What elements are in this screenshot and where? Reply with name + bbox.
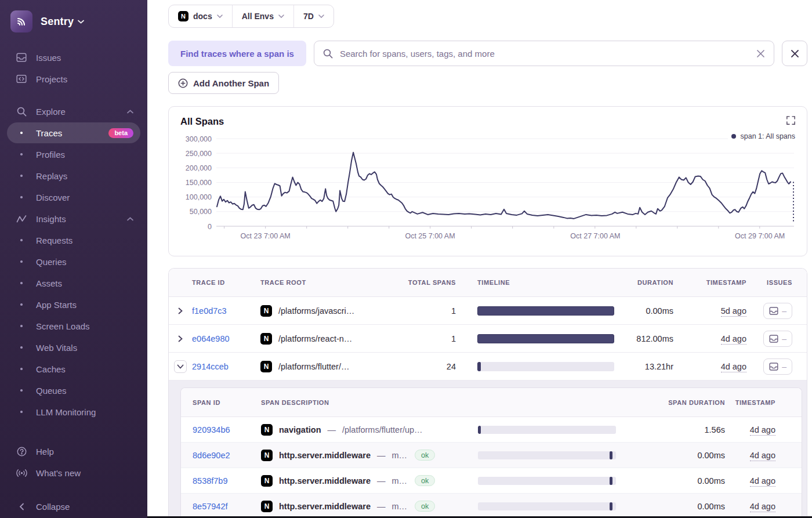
span-id-link[interactable]: 920934b6 [193, 425, 230, 434]
sidebar-item-requests[interactable]: Requests [7, 230, 140, 251]
beta-badge: beta [108, 128, 133, 138]
add-another-span-button[interactable]: Add Another Span [168, 72, 279, 94]
column-header: DURATION [621, 279, 679, 286]
svg-text:Oct 23 7:00 AM: Oct 23 7:00 AM [241, 232, 291, 240]
issues-button[interactable]: – [763, 303, 792, 319]
bullet-icon [15, 239, 28, 241]
remove-span-filter-button[interactable] [782, 41, 807, 66]
timestamp[interactable]: 4d ago [679, 362, 752, 371]
date-range-filter[interactable]: 7D [293, 5, 334, 27]
issues-button[interactable]: – [763, 358, 792, 375]
chevron-down-icon [278, 15, 284, 18]
chevron-down-icon [318, 15, 324, 18]
fullscreen-icon[interactable] [786, 116, 795, 127]
span-op: http.server.middleware [279, 451, 371, 460]
sidebar-item-discover[interactable]: Discover [7, 187, 140, 208]
span-id-link[interactable]: 8538f7b9 [193, 476, 227, 486]
chevron-down-icon [217, 15, 223, 18]
sidebar-item-label: Insights [36, 214, 127, 224]
bullet-icon [15, 282, 28, 284]
chart-legend[interactable]: span 1: All spans [728, 132, 795, 140]
trace-id-link[interactable]: e064e980 [192, 334, 255, 343]
sidebar-item-projects[interactable]: Projects [7, 68, 140, 89]
sidebar-item-explore[interactable]: Explore [7, 101, 140, 122]
sidebar-item-replays[interactable]: Replays [7, 165, 140, 186]
org-switcher[interactable]: Sentry [0, 8, 147, 41]
close-icon [791, 49, 799, 58]
issues-button[interactable]: – [763, 331, 792, 347]
span-duration: 0.00ms [625, 502, 732, 511]
issues-icon [769, 307, 778, 315]
sidebar-item-traces[interactable]: Tracesbeta [7, 122, 140, 143]
total-spans: 24 [383, 362, 462, 371]
sidebar-item-screen-loads[interactable]: Screen Loads [7, 316, 140, 336]
collapse-trace-button[interactable] [174, 360, 187, 373]
column-header: TRACE ID [192, 279, 255, 286]
trace-row: 2914ccebN/platforms/flutter/…2413.21hr4d… [169, 353, 807, 381]
duration: 812.00ms [621, 334, 679, 343]
sidebar-item-help[interactable]: Help [7, 441, 140, 462]
search-box [314, 41, 774, 66]
svg-text:150,000: 150,000 [186, 179, 212, 187]
sidebar-item-assets[interactable]: Assets [7, 273, 140, 294]
column-header: TIMESTAMP [679, 279, 752, 286]
sidebar-item-issues[interactable]: Issues [7, 47, 140, 68]
bullet-icon [15, 260, 28, 263]
sidebar-item-label: Help [36, 447, 133, 457]
nextjs-platform-icon: N [260, 361, 272, 372]
chevron-up-icon [127, 110, 133, 114]
svg-text:250,000: 250,000 [186, 150, 212, 158]
total-spans: 1 [383, 306, 462, 316]
sidebar-item-queries[interactable]: Queries [7, 251, 140, 272]
trace-id-link[interactable]: 2914cceb [192, 362, 255, 371]
timestamp[interactable]: 4d ago [732, 451, 802, 460]
sidebar-item-whats-new[interactable]: What's new [7, 462, 140, 483]
sidebar-item-collapse[interactable]: Collapse [7, 496, 140, 517]
project-filter[interactable]: N docs [169, 5, 232, 27]
span-id-link[interactable]: 8e57942f [193, 502, 227, 511]
sidebar-item-insights[interactable]: Insights [7, 208, 140, 229]
timestamp[interactable]: 4d ago [732, 502, 802, 511]
span-duration: 0.00ms [625, 451, 732, 460]
timeline-track [478, 477, 616, 485]
trace-id-link[interactable]: f1e0d7c3 [192, 306, 255, 316]
trace-root: /platforms/react-n… [278, 334, 352, 343]
svg-text:200,000: 200,000 [186, 164, 212, 172]
nextjs-platform-icon: N [260, 333, 272, 345]
column-header: SPAN DESCRIPTION [255, 399, 471, 406]
sidebar-item-llm-monitoring[interactable]: LLM Monitoring [7, 401, 140, 422]
sidebar-item-label: LLM Monitoring [36, 407, 133, 417]
all-spans-line-chart: 050,000100,000150,000200,000250,000300,0… [180, 132, 794, 245]
chart-title: All Spans [180, 116, 795, 127]
span-duration: 1.56s [625, 425, 732, 434]
search-input[interactable] [340, 49, 748, 59]
help-icon [15, 447, 28, 457]
sidebar-item-app-starts[interactable]: App Starts [7, 294, 140, 315]
sidebar-item-label: Queues [36, 386, 133, 396]
find-traces-label: Find traces where a span is [168, 41, 306, 66]
column-header: ISSUES [752, 279, 806, 286]
timestamp[interactable]: 5d ago [679, 306, 752, 316]
timestamp[interactable]: 4d ago [732, 425, 802, 434]
sidebar-item-label: Explore [36, 107, 127, 117]
sidebar-item-label: Screen Loads [36, 321, 133, 331]
column-header: SPAN ID [181, 399, 255, 406]
environment-filter[interactable]: All Envs [232, 5, 293, 27]
search-clear-icon[interactable] [748, 49, 774, 58]
bullet-icon [15, 346, 28, 349]
sidebar-item-label: Issues [36, 53, 133, 63]
sidebar-item-caches[interactable]: Caches [7, 358, 140, 379]
sidebar-item-queues[interactable]: Queues [7, 380, 140, 401]
span-id-link[interactable]: 8d6e90e2 [193, 451, 230, 460]
app-window: Sentry IssuesProjectsExploreTracesbetaPr… [0, 0, 812, 518]
sentry-logo-icon [10, 10, 32, 32]
chevron-up-icon [127, 217, 133, 221]
bullet-icon [15, 132, 28, 134]
sidebar-item-profiles[interactable]: Profiles [7, 144, 140, 165]
expand-trace-button[interactable] [178, 335, 183, 342]
timestamp[interactable]: 4d ago [679, 334, 752, 343]
project-filter-label: docs [193, 12, 212, 21]
expand-trace-button[interactable] [178, 307, 183, 314]
timestamp[interactable]: 4d ago [732, 476, 802, 486]
sidebar-item-web-vitals[interactable]: Web Vitals [7, 337, 140, 358]
